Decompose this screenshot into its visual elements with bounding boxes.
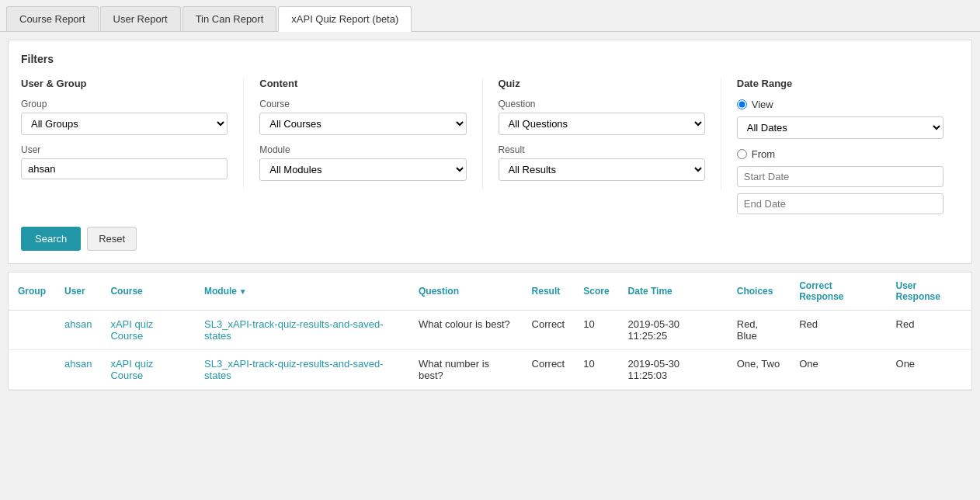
col-datetime[interactable]: Date Time xyxy=(619,273,728,311)
search-button[interactable]: Search xyxy=(21,227,81,251)
question-label: Question xyxy=(499,99,705,109)
cell-course[interactable]: xAPI quiz Course xyxy=(101,311,195,350)
col-course[interactable]: Course xyxy=(101,273,195,311)
result-select[interactable]: All Results Correct Incorrect xyxy=(499,158,705,181)
filter-content: Content Course All Courses xAPI quiz Cou… xyxy=(259,78,482,190)
cell-score: 10 xyxy=(574,350,618,390)
course-select[interactable]: All Courses xAPI quiz Course xyxy=(259,113,466,135)
filter-user-group: User & Group Group All Groups Group A Gr… xyxy=(21,78,244,189)
cell-user[interactable]: ahsan xyxy=(55,311,101,350)
cell-group xyxy=(9,311,55,350)
view-radio-row: View xyxy=(737,99,944,110)
col-question[interactable]: Question xyxy=(409,273,523,311)
filter-date-range: Date Range View All Dates Last 7 Days La… xyxy=(737,78,959,220)
result-label: Result xyxy=(499,144,705,155)
reset-button[interactable]: Reset xyxy=(87,227,137,251)
cell-module[interactable]: SL3_xAPI-track-quiz-results-and-saved-st… xyxy=(195,311,409,350)
cell-user-response: Red xyxy=(887,311,971,350)
cell-question: What number is best? xyxy=(409,350,523,390)
col-correct-response[interactable]: Correct Response xyxy=(790,273,886,311)
cell-choices: Red, Blue xyxy=(728,311,790,350)
results-table: Group User Course Module Question Result… xyxy=(9,273,971,390)
cell-module-link[interactable]: SL3_xAPI-track-quiz-results-and-saved-st… xyxy=(204,318,383,342)
cell-user-link[interactable]: ahsan xyxy=(64,358,92,370)
table-row: ahsanxAPI quiz CourseSL3_xAPI-track-quiz… xyxy=(9,350,971,390)
col-module[interactable]: Module xyxy=(195,273,409,311)
view-label: View xyxy=(752,99,773,110)
user-label: User xyxy=(21,144,228,155)
cell-correct-response: One xyxy=(790,350,886,390)
cell-correct-response: Red xyxy=(790,311,886,350)
question-select[interactable]: All Questions xyxy=(499,113,705,135)
from-radio[interactable] xyxy=(737,149,747,159)
cell-course-link[interactable]: xAPI quiz Course xyxy=(110,358,153,381)
tab-course-report[interactable]: Course Report xyxy=(6,6,99,31)
cell-datetime: 2019-05-30 11:25:25 xyxy=(619,311,728,350)
filters-grid: User & Group Group All Groups Group A Gr… xyxy=(21,78,959,220)
module-label: Module xyxy=(259,144,466,155)
table-row: ahsanxAPI quiz CourseSL3_xAPI-track-quiz… xyxy=(9,311,971,350)
table-header-row: Group User Course Module Question Result… xyxy=(9,273,971,311)
cell-user-link[interactable]: ahsan xyxy=(64,318,92,330)
user-group-title: User & Group xyxy=(21,78,228,89)
col-choices[interactable]: Choices xyxy=(728,273,790,311)
filter-buttons: Search Reset xyxy=(21,227,959,251)
tab-user-report[interactable]: User Report xyxy=(100,6,181,31)
filters-panel: Filters User & Group Group All Groups Gr… xyxy=(8,40,972,264)
cell-group xyxy=(9,350,55,390)
from-label: From xyxy=(752,148,775,160)
group-select[interactable]: All Groups Group A Group B xyxy=(21,113,228,135)
user-input[interactable] xyxy=(21,158,228,179)
tab-tin-can-report[interactable]: Tin Can Report xyxy=(182,6,277,31)
cell-user[interactable]: ahsan xyxy=(55,350,101,390)
group-label: Group xyxy=(21,99,228,109)
cell-result: Correct xyxy=(523,311,575,350)
cell-datetime: 2019-05-30 11:25:03 xyxy=(619,350,728,390)
col-score[interactable]: Score xyxy=(574,273,618,311)
cell-module[interactable]: SL3_xAPI-track-quiz-results-and-saved-st… xyxy=(195,350,409,390)
date-range-title: Date Range xyxy=(737,78,944,89)
col-user[interactable]: User xyxy=(55,273,101,311)
start-date-input[interactable] xyxy=(737,166,944,187)
filter-quiz: Quiz Question All Questions Result All R… xyxy=(499,78,721,190)
cell-score: 10 xyxy=(574,311,618,350)
cell-question: What colour is best? xyxy=(409,311,523,350)
results-table-container: Group User Course Module Question Result… xyxy=(8,272,972,391)
quiz-title: Quiz xyxy=(499,78,705,89)
course-label: Course xyxy=(259,99,466,109)
from-radio-row: From xyxy=(737,148,944,160)
date-select[interactable]: All Dates Last 7 Days Last 30 Days xyxy=(737,116,944,139)
cell-user-response: One xyxy=(887,350,971,390)
filters-title: Filters xyxy=(21,53,959,65)
col-result[interactable]: Result xyxy=(523,273,575,311)
end-date-input[interactable] xyxy=(737,193,944,214)
cell-course-link[interactable]: xAPI quiz Course xyxy=(110,318,153,342)
tab-xapi-quiz-report[interactable]: xAPI Quiz Report (beta) xyxy=(278,6,412,32)
cell-course[interactable]: xAPI quiz Course xyxy=(101,350,195,390)
col-group[interactable]: Group xyxy=(9,273,55,311)
cell-result: Correct xyxy=(523,350,575,390)
cell-choices: One, Two xyxy=(728,350,790,390)
cell-module-link[interactable]: SL3_xAPI-track-quiz-results-and-saved-st… xyxy=(204,358,383,381)
col-user-response[interactable]: User Response xyxy=(887,273,971,311)
content-title: Content xyxy=(259,78,466,89)
view-radio[interactable] xyxy=(737,99,747,109)
tabs-bar: Course Report User Report Tin Can Report… xyxy=(0,0,980,32)
module-select[interactable]: All Modules xyxy=(259,158,466,181)
